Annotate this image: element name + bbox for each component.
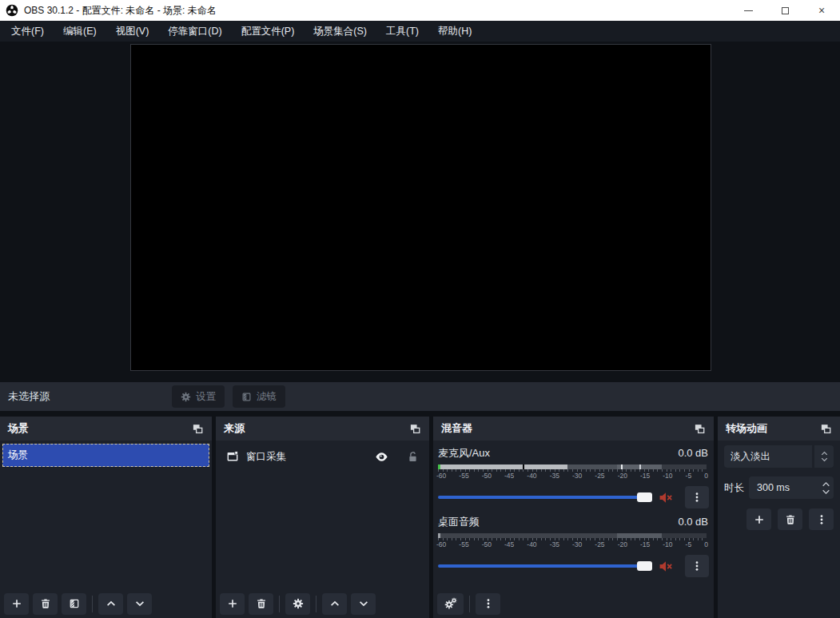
trash-icon — [40, 598, 51, 609]
meter-scale-label: -15 — [640, 472, 650, 480]
move-source-down-button[interactable] — [351, 593, 376, 615]
chevron-down-icon — [358, 598, 369, 609]
chevron-up-icon — [105, 598, 117, 609]
sources-dock-title: 来源 — [224, 421, 245, 436]
maximize-button[interactable] — [766, 0, 803, 21]
spin-down-icon[interactable] — [822, 489, 830, 495]
close-icon: × — [818, 5, 825, 16]
volume-slider[interactable] — [438, 496, 652, 499]
scene-filters-button[interactable] — [62, 593, 86, 615]
move-scene-down-button[interactable] — [127, 593, 152, 615]
source-properties-button[interactable] — [285, 593, 310, 615]
speaker-muted-icon[interactable] — [659, 560, 672, 573]
window-title: OBS 30.1.2 - 配置文件: 未命名 - 场景: 未命名 — [24, 4, 217, 18]
preview-canvas[interactable] — [130, 44, 711, 371]
transition-options-button[interactable] — [809, 508, 834, 530]
remove-scene-button[interactable] — [33, 593, 58, 615]
add-transition-button[interactable] — [746, 508, 771, 530]
meter-scale-label: -45 — [504, 540, 514, 548]
kebab-dots-icon — [691, 560, 703, 572]
menu-help[interactable]: 帮助(H) — [428, 21, 481, 42]
meter-scale-label: -10 — [663, 540, 672, 548]
plus-icon — [754, 514, 765, 525]
popout-icon[interactable] — [820, 423, 832, 435]
meter-scale-label: -55 — [459, 472, 468, 480]
channel-options-button[interactable] — [685, 555, 709, 577]
chevron-down-icon — [821, 457, 828, 462]
sources-dock: 来源 窗口采集 — [216, 417, 429, 618]
plus-icon — [227, 598, 238, 609]
channel-name: 桌面音频 — [438, 515, 480, 529]
minimize-button[interactable] — [730, 0, 766, 21]
meter-scale-label: -15 — [640, 540, 650, 548]
transitions-dock-title: 转场动画 — [726, 421, 767, 436]
trash-icon — [256, 598, 267, 609]
audio-level-meter — [438, 533, 707, 538]
filter-icon — [241, 392, 252, 402]
menu-profile[interactable]: 配置文件(P) — [232, 21, 305, 42]
meter-scale-label: -30 — [572, 540, 582, 548]
properties-button[interactable]: 设置 — [172, 385, 225, 408]
transition-select[interactable]: 淡入淡出 — [724, 445, 812, 468]
mixer-body: 麦克风/Aux 0.0 dB -60-55-50-45-40-35-30-25-… — [433, 441, 714, 618]
meter-scale-label: -20 — [618, 540, 627, 548]
move-scene-up-button[interactable] — [98, 593, 123, 615]
move-source-up-button[interactable] — [322, 593, 347, 615]
volume-slider-handle[interactable] — [637, 561, 652, 571]
toolbar-divider — [469, 596, 470, 612]
toolbar-divider — [92, 596, 93, 612]
add-scene-button[interactable] — [4, 593, 29, 615]
transitions-body: 淡入淡出 时长 300 ms — [718, 441, 840, 618]
filters-button[interactable]: 滤镜 — [233, 385, 285, 408]
meter-scale-label: -10 — [663, 472, 672, 480]
close-button[interactable]: × — [803, 0, 840, 21]
add-source-button[interactable] — [220, 593, 245, 615]
transition-select-arrows[interactable] — [814, 445, 834, 468]
remove-source-button[interactable] — [249, 593, 273, 615]
volume-slider[interactable] — [438, 564, 652, 568]
transitions-dock-header: 转场动画 — [718, 417, 840, 441]
channel-volume-db: 0.0 dB — [678, 516, 709, 528]
scenes-dock-header: 场景 — [0, 417, 212, 441]
gear-icon — [293, 598, 304, 609]
meter-scale-label: -40 — [527, 540, 536, 548]
spin-up-icon[interactable] — [822, 481, 830, 487]
menu-edit[interactable]: 编辑(E) — [54, 21, 106, 42]
filter-icon — [69, 598, 80, 609]
popout-icon[interactable] — [694, 423, 706, 435]
popout-icon[interactable] — [192, 423, 204, 435]
menu-scene-collection[interactable]: 场景集合(S) — [304, 21, 376, 42]
volume-slider-handle[interactable] — [637, 492, 652, 502]
menu-view[interactable]: 视图(V) — [106, 21, 159, 42]
advanced-audio-properties-button[interactable] — [437, 593, 464, 615]
menu-tools[interactable]: 工具(T) — [376, 21, 428, 42]
kebab-dots-icon — [691, 492, 703, 503]
maximize-icon — [782, 7, 789, 14]
chevron-up-icon — [821, 451, 828, 456]
source-list-item[interactable]: 窗口采集 — [216, 445, 429, 468]
channel-options-button[interactable] — [685, 486, 709, 508]
speaker-muted-icon[interactable] — [659, 491, 672, 504]
mixer-dock-title: 混音器 — [441, 421, 472, 436]
channel-volume-db: 0.0 dB — [678, 447, 709, 459]
toolbar-divider — [316, 596, 316, 612]
chevron-up-icon — [329, 598, 340, 609]
menu-file[interactable]: 文件(F) — [2, 21, 54, 42]
menu-docks[interactable]: 停靠窗口(D) — [158, 21, 231, 42]
meter-scale-label: -50 — [482, 540, 492, 548]
visibility-eye-icon[interactable] — [375, 450, 388, 464]
lock-open-icon[interactable] — [407, 451, 419, 463]
duration-spinbox[interactable]: 300 ms — [749, 476, 834, 499]
meter-scale-label: -5 — [686, 472, 692, 480]
toolbar-divider — [279, 596, 280, 612]
popout-icon[interactable] — [409, 423, 421, 435]
remove-transition-button[interactable] — [778, 508, 802, 530]
scenes-dock-title: 场景 — [8, 421, 29, 436]
mixer-options-button[interactable] — [476, 593, 500, 615]
scene-list-item[interactable]: 场景 — [2, 444, 209, 467]
scenes-dock: 场景 场景 — [0, 417, 212, 618]
meter-scale-label: -45 — [504, 472, 514, 480]
scenes-list: 场景 — [0, 441, 212, 618]
chevron-down-icon — [134, 598, 145, 609]
minimize-icon — [744, 10, 753, 11]
